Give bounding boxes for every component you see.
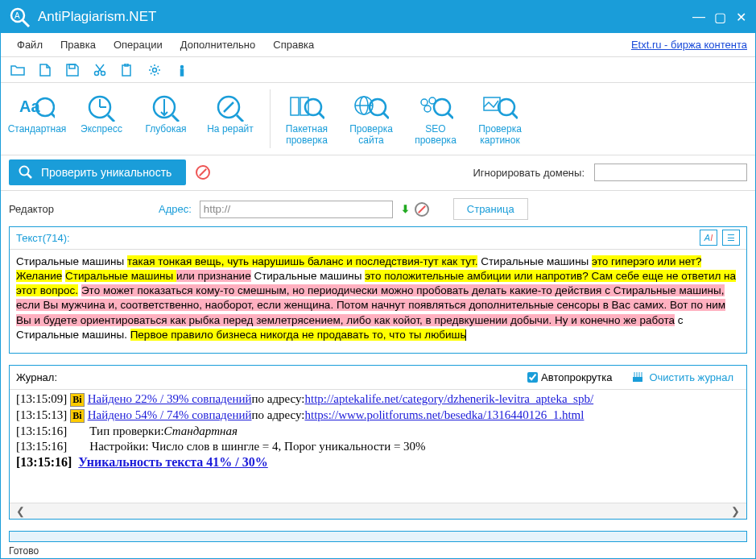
check-uniqueness-label: Проверить уникальность [41, 166, 171, 179]
svg-point-41 [20, 167, 29, 176]
clear-journal-button[interactable]: Очистить журнал [625, 370, 740, 385]
scroll-right-icon[interactable]: ❯ [731, 505, 740, 517]
svg-point-5 [101, 71, 105, 75]
svg-line-1 [23, 20, 29, 27]
image-check-label: Проверка картинок [473, 123, 527, 147]
svg-rect-10 [181, 69, 184, 76]
new-file-icon[interactable] [36, 61, 54, 79]
mode-standard[interactable]: Aa Стандартная [9, 89, 65, 148]
engine-badge: Bi [70, 409, 84, 423]
scroll-left-icon[interactable]: ❮ [16, 505, 25, 517]
journal-match-link[interactable]: Найдено 22% / 39% совпадений [88, 392, 252, 406]
svg-line-20 [172, 115, 179, 122]
svg-line-37 [448, 113, 453, 118]
mode-express[interactable]: Экспресс [73, 89, 130, 148]
autoscroll-checkbox[interactable]: Автопрокрутка [527, 371, 612, 383]
journal-url-link[interactable]: http://aptekalife.net/category/dzhenerik… [305, 392, 594, 406]
journal-row: [13:15:16] Уникальность текста 41% / 30% [16, 454, 740, 470]
ignore-domains-input[interactable] [594, 164, 747, 181]
mode-standard-label: Стандартная [8, 123, 67, 135]
svg-line-13 [52, 114, 55, 118]
cancel-address-icon[interactable] [415, 202, 429, 217]
paste-icon[interactable] [118, 61, 136, 79]
journal-row: [13:15:16] Настройки: Число слов в шингл… [16, 439, 740, 454]
svg-line-32 [383, 113, 389, 118]
info-icon[interactable] [173, 61, 191, 79]
menu-operations[interactable]: Операции [105, 35, 171, 54]
svg-point-35 [424, 106, 431, 112]
svg-line-27 [319, 113, 324, 118]
menu-edit[interactable]: Правка [52, 35, 104, 54]
progress-bar [9, 531, 747, 542]
svg-rect-3 [69, 64, 75, 68]
journal-row: [13:15:13] Bi Найдено 54% / 74% совпаден… [16, 408, 740, 424]
app-title: AntiPlagiarism.NET [38, 9, 691, 25]
image-check[interactable]: Проверка картинок [472, 89, 528, 148]
svg-text:A: A [14, 11, 20, 20]
menu-file[interactable]: Файл [9, 35, 51, 54]
journal-title: Журнал: [16, 371, 57, 383]
ignore-domains-label: Игнорировать домены: [473, 167, 585, 179]
batch-check-label: Пакетная проверка [280, 123, 333, 147]
maximize-button[interactable]: ▢ [712, 9, 728, 25]
seo-check-label: SEO проверка [409, 123, 462, 147]
svg-line-23 [237, 115, 243, 122]
close-button[interactable]: ✕ [733, 9, 749, 25]
menu-help[interactable]: Справка [265, 35, 322, 54]
download-icon[interactable]: ⬇ [401, 203, 410, 215]
mode-express-label: Экспресс [81, 123, 122, 135]
svg-point-4 [95, 71, 99, 75]
journal-match-link[interactable]: Найдено 54% / 74% совпадений [88, 408, 252, 422]
svg-line-40 [512, 113, 518, 118]
journal-url-link[interactable]: https://www.politforums.net/besedka/1316… [305, 408, 585, 422]
text-count: Текст(714): [16, 232, 70, 244]
batch-check[interactable]: Пакетная проверка [279, 89, 335, 148]
page-tab[interactable]: Страница [453, 198, 528, 220]
svg-point-8 [153, 68, 157, 72]
cut-icon[interactable] [91, 61, 109, 79]
svg-rect-6 [122, 65, 130, 76]
svg-line-42 [27, 174, 31, 178]
svg-point-9 [181, 65, 184, 68]
site-check-label: Проверка сайта [345, 123, 398, 147]
mode-deep[interactable]: Глубокая [138, 89, 194, 148]
svg-rect-43 [633, 377, 642, 382]
svg-line-17 [108, 115, 114, 122]
settings-icon[interactable] [146, 61, 163, 79]
svg-rect-24 [291, 97, 299, 115]
stop-icon[interactable] [196, 165, 210, 180]
check-uniqueness-button[interactable]: Проверить уникальность [9, 159, 186, 185]
view-tool-icon[interactable]: ☰ [722, 230, 740, 246]
minimize-button[interactable]: — [691, 9, 707, 25]
svg-point-33 [421, 99, 428, 106]
seo-check[interactable]: SEO проверка [407, 89, 464, 148]
font-tool-icon[interactable]: AI [700, 230, 717, 246]
text-content[interactable]: Стиральные машины такая тонкая вещь, чут… [10, 250, 746, 353]
horizontal-scrollbar[interactable]: ❮ ❯ [10, 503, 746, 519]
mode-deep-label: Глубокая [145, 123, 186, 135]
open-icon[interactable] [9, 61, 27, 79]
uniqueness-result-link[interactable]: Уникальность текста 41% / 30% [78, 455, 267, 470]
svg-line-22 [224, 102, 233, 112]
journal-row: [13:15:16] Тип проверки: Стандартная [16, 424, 740, 439]
external-link[interactable]: Etxt.ru - биржа контента [631, 39, 747, 51]
address-input[interactable] [200, 201, 393, 218]
menu-additional[interactable]: Дополнительно [172, 35, 264, 54]
mode-rewrite[interactable]: На рерайт [202, 89, 258, 148]
status-text: Готово [1, 542, 755, 559]
mode-rewrite-label: На рерайт [207, 123, 254, 135]
address-label: Адрес: [159, 203, 192, 215]
save-icon[interactable] [64, 61, 81, 79]
engine-badge: Bi [70, 393, 84, 407]
journal-row: [13:15:09] Bi Найдено 22% / 39% совпаден… [16, 391, 740, 408]
site-check[interactable]: Проверка сайта [343, 89, 399, 148]
app-logo: A [7, 5, 31, 29]
editor-title: Редактор [9, 203, 54, 215]
